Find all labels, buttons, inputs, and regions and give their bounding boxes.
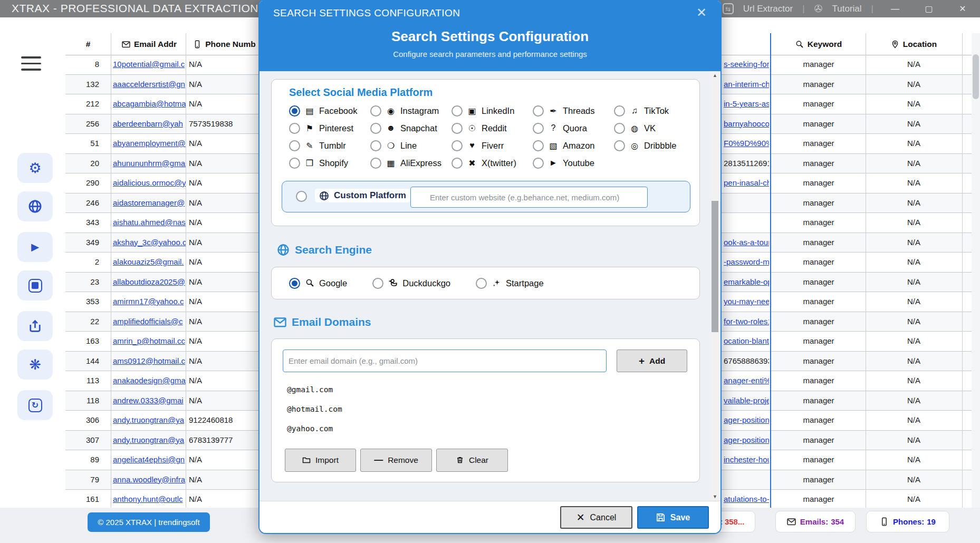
platform-option-reddit[interactable]: ☉Reddit <box>451 122 533 134</box>
sidebar-button-export[interactable] <box>17 311 53 341</box>
platform-option-vk[interactable]: ◍VK <box>614 122 695 134</box>
email-link[interactable]: anakaodesign@gma <box>113 371 186 391</box>
add-domain-button[interactable]: + Add <box>617 350 687 372</box>
column-header-email[interactable]: Email Addr <box>113 33 186 55</box>
sidebar-button-web[interactable]: ❋ <box>17 350 53 380</box>
platform-option-tumblr[interactable]: ✎Tumblr <box>289 140 370 151</box>
platform-option-line[interactable]: ❍Line <box>370 140 451 151</box>
email-domain-input[interactable] <box>283 350 607 372</box>
result-link[interactable]: in-5-years-as-a... <box>724 94 769 114</box>
result-link[interactable]: ager-position-... <box>724 431 769 451</box>
platform-option-linkedin[interactable]: ▣LinkedIn <box>451 105 533 117</box>
result-link[interactable]: pen-inasal-chic... <box>724 173 769 193</box>
clear-button[interactable]: Clear <box>436 449 508 472</box>
result-link[interactable]: vailable-project-... <box>724 391 769 411</box>
email-link[interactable]: aidastoremanager@ <box>113 193 186 214</box>
engine-option-duckduckgo[interactable]: Duckduckgo <box>372 277 450 289</box>
radio-fiverr[interactable] <box>451 140 463 151</box>
import-button[interactable]: Import <box>285 449 356 472</box>
email-link[interactable]: abcagambia@hotma <box>113 94 186 114</box>
email-link[interactable]: aaacceldersrtist@gn <box>113 75 186 95</box>
cancel-button[interactable]: ✕ Cancel <box>560 506 632 529</box>
radio-amazon[interactable] <box>533 140 544 151</box>
close-button[interactable]: ✕ <box>950 4 975 14</box>
platform-option-dribbble[interactable]: ◎Dribbble <box>614 140 695 151</box>
radio-line[interactable] <box>370 140 381 151</box>
result-link[interactable]: atulations-to-al <box>724 490 769 510</box>
email-link[interactable]: andrew.0333@gmai <box>113 391 186 411</box>
result-link[interactable]: ocation-blantyr... <box>724 332 769 352</box>
radio-facebook[interactable] <box>289 105 300 117</box>
email-link[interactable]: aberdeenbarn@yah <box>113 114 186 134</box>
result-link[interactable]: 28135112691727 <box>724 154 769 174</box>
radio-instagram[interactable] <box>370 105 381 117</box>
column-header-location[interactable]: Location <box>866 33 962 55</box>
result-link[interactable]: emarkable-oppo... <box>724 273 769 293</box>
radio-tumblr[interactable] <box>289 140 300 151</box>
radio-threads[interactable] <box>533 105 544 117</box>
column-header-keyword[interactable]: Keyword <box>772 33 866 55</box>
engine-option-startpage[interactable]: Startpage <box>476 277 544 289</box>
platform-option-instagram[interactable]: ◉Instagram <box>370 105 451 117</box>
sidebar-button-gear[interactable]: ⚙ <box>17 153 53 183</box>
tutorial-button[interactable]: Tutorial <box>832 4 862 14</box>
email-link[interactable]: abyanemployment@ <box>113 134 186 154</box>
radio-quora[interactable] <box>533 123 544 134</box>
sidebar-button-play[interactable]: ► <box>17 232 53 262</box>
email-link[interactable]: aidalicious.ormoc@y <box>113 173 186 193</box>
email-link[interactable]: 10potential@gmail.c <box>113 55 186 75</box>
radio-reddit[interactable] <box>451 123 463 134</box>
result-link[interactable] <box>724 470 769 490</box>
platform-option-x-twitter-[interactable]: ✖X(twitter) <box>451 157 533 169</box>
platform-option-pinterest[interactable]: ⚑Pinterest <box>289 122 370 134</box>
radio-aliexpress[interactable] <box>370 158 381 169</box>
domain-item[interactable]: @yahoo.com <box>287 424 333 433</box>
sidebar-button-sync[interactable]: ↻ <box>17 390 53 420</box>
maximize-button[interactable]: ▢ <box>917 4 941 14</box>
email-link[interactable]: ams0912@hotmail.c <box>113 352 186 372</box>
result-link[interactable]: for-two-roles1-s... <box>724 312 769 332</box>
sidebar-button-stop[interactable] <box>17 270 53 300</box>
email-link[interactable]: akshay_3c@yahoo.c <box>113 233 186 253</box>
platform-option-amazon[interactable]: ▧Amazon <box>533 140 614 151</box>
result-link[interactable]: inchester-hous... <box>724 450 769 470</box>
platform-option-aliexpress[interactable]: ▦AliExpress <box>370 157 451 169</box>
remove-button[interactable]: — Remove <box>360 449 432 472</box>
result-link[interactable]: F0%9D%90%A... <box>724 134 769 154</box>
radio-startpage[interactable] <box>476 278 487 289</box>
radio-dribbble[interactable] <box>614 140 625 151</box>
radio-linkedin[interactable] <box>451 105 463 117</box>
platform-option-threads[interactable]: ✒Threads <box>533 105 614 117</box>
platform-option-tiktok[interactable]: ♫TikTok <box>614 105 695 117</box>
platform-option-quora[interactable]: ?Quora <box>533 122 614 134</box>
url-extractor-button[interactable]: Url Extractor <box>743 4 793 14</box>
custom-platform-input[interactable] <box>410 187 648 208</box>
email-link[interactable]: andy.truongtran@ya <box>113 411 186 431</box>
radio-pinterest[interactable] <box>289 123 300 134</box>
email-link[interactable]: angelicat4ephsi@gn <box>113 450 186 470</box>
email-link[interactable]: amirmn17@yahoo.c <box>113 292 186 312</box>
email-link[interactable]: aishatu.ahmed@nas <box>113 213 186 233</box>
column-header-phone[interactable]: Phone Numb <box>189 33 260 55</box>
hamburger-menu-icon[interactable] <box>21 56 41 75</box>
sidebar-button-globe[interactable] <box>17 191 53 221</box>
modal-scrollbar-thumb[interactable] <box>712 201 718 332</box>
result-link[interactable]: ook-as-a-tour-... <box>724 233 769 253</box>
platform-option-shopify[interactable]: ❒Shopify <box>289 157 370 169</box>
email-link[interactable]: amrin_p@hotmail.cc <box>113 332 186 352</box>
radio-shopify[interactable] <box>289 158 300 169</box>
minimize-button[interactable]: — <box>883 4 907 14</box>
result-link[interactable]: an-interim-char... <box>724 75 769 95</box>
result-link[interactable]: -password-man... <box>724 253 769 273</box>
scroll-down-icon[interactable]: ▼ <box>711 494 719 499</box>
custom-platform-radio[interactable] <box>296 191 307 202</box>
radio-snapchat[interactable] <box>370 123 381 134</box>
email-link[interactable]: allaboutdioza2025@ <box>113 273 186 293</box>
radio-x-twitter-[interactable] <box>451 158 463 169</box>
email-link[interactable]: andy.truongtran@ya <box>113 431 186 451</box>
modal-close-icon[interactable]: ✕ <box>696 5 707 20</box>
platform-option-youtube[interactable]: ►Youtube <box>533 157 614 169</box>
column-header-number[interactable]: # <box>65 33 111 55</box>
radio-tiktok[interactable] <box>614 105 625 117</box>
save-button[interactable]: Save <box>637 506 709 529</box>
